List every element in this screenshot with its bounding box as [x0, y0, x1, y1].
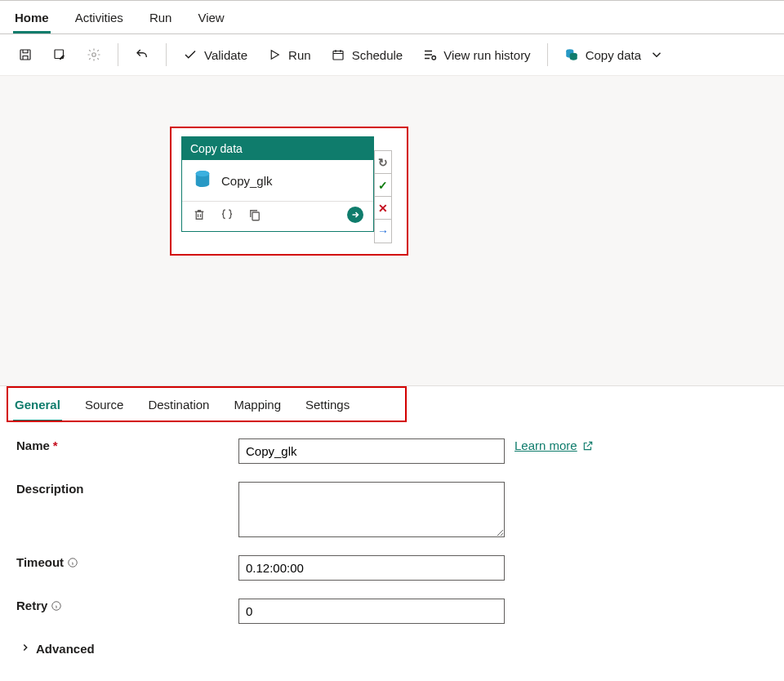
- save-edit-icon: [52, 47, 67, 62]
- retry-label: Retry: [16, 599, 238, 612]
- timeout-label: Timeout: [16, 555, 238, 569]
- run-label: Run: [288, 48, 311, 62]
- tab-destination[interactable]: Destination: [146, 389, 211, 422]
- svg-rect-0: [20, 50, 30, 60]
- top-tab-bar: Home Activities Run View: [0, 0, 784, 34]
- undo-button[interactable]: [127, 42, 158, 67]
- validate-label: Validate: [204, 48, 247, 62]
- description-input[interactable]: [238, 482, 505, 537]
- gear-icon: [87, 47, 101, 62]
- copy-data-label: Copy data: [586, 48, 641, 62]
- activity-output-handles: ↻ ✓ ✕ →: [374, 150, 392, 243]
- braces-icon[interactable]: [220, 207, 234, 222]
- pipeline-canvas[interactable]: Copy data Copy_glk: [0, 76, 784, 386]
- tab-general[interactable]: General: [13, 389, 62, 422]
- database-icon: [564, 47, 579, 62]
- save-button[interactable]: [10, 42, 41, 67]
- toolbar-divider: [118, 43, 118, 66]
- delete-icon[interactable]: [192, 207, 207, 222]
- svg-rect-10: [252, 212, 259, 220]
- copy-icon[interactable]: [247, 207, 262, 222]
- info-icon: [67, 557, 78, 568]
- property-tab-bar: General Source Destination Mapping Setti…: [13, 389, 771, 422]
- failure-handle-icon[interactable]: ✕: [375, 197, 391, 220]
- svg-point-2: [92, 53, 96, 57]
- validate-button[interactable]: Validate: [175, 42, 256, 67]
- activity-name: Copy_glk: [221, 174, 273, 188]
- timeout-input[interactable]: [238, 555, 505, 581]
- advanced-toggle[interactable]: Advanced: [16, 642, 768, 656]
- copy-data-button[interactable]: Copy data: [556, 42, 672, 67]
- save-as-button[interactable]: [44, 42, 75, 67]
- tab-mapping[interactable]: Mapping: [232, 389, 283, 422]
- required-asterisk: *: [53, 438, 58, 452]
- external-link-icon: [582, 440, 594, 452]
- view-run-history-button[interactable]: View run history: [414, 42, 538, 67]
- toolbar-divider: [166, 43, 167, 66]
- retry-input[interactable]: [238, 599, 505, 624]
- save-icon: [18, 47, 33, 62]
- description-label: Description: [16, 482, 238, 496]
- toolbar-divider: [547, 43, 548, 66]
- undo-icon: [135, 47, 149, 62]
- tab-source[interactable]: Source: [83, 389, 126, 422]
- toolbar: Validate Run Schedule View run history C…: [0, 34, 784, 76]
- tab-run[interactable]: Run: [148, 4, 174, 33]
- name-label: Name*: [16, 438, 238, 452]
- tab-settings[interactable]: Settings: [304, 389, 351, 422]
- svg-marker-3: [271, 51, 278, 60]
- history-list-icon: [422, 47, 437, 62]
- tab-view[interactable]: View: [196, 4, 225, 33]
- success-handle-icon[interactable]: ✓: [375, 174, 391, 197]
- completion-handle-icon[interactable]: →: [375, 220, 391, 243]
- check-icon: [183, 47, 198, 62]
- name-input[interactable]: [238, 438, 505, 464]
- calendar-icon: [331, 47, 345, 62]
- schedule-button[interactable]: Schedule: [323, 42, 412, 67]
- run-activity-button[interactable]: [347, 207, 363, 223]
- property-panel: General Source Destination Mapping Setti…: [0, 386, 784, 656]
- chevron-right-icon: [20, 642, 31, 656]
- schedule-label: Schedule: [352, 48, 403, 62]
- activity-type-label: Copy data: [182, 137, 373, 160]
- svg-point-9: [196, 171, 209, 176]
- view-run-history-label: View run history: [443, 48, 530, 62]
- database-icon: [194, 170, 212, 191]
- activity-card[interactable]: Copy data Copy_glk: [181, 136, 374, 232]
- svg-point-5: [432, 56, 436, 60]
- settings-button[interactable]: [78, 42, 109, 67]
- tab-activities[interactable]: Activities: [74, 4, 125, 33]
- retry-handle-icon[interactable]: ↻: [375, 151, 391, 174]
- activity-highlight: Copy data Copy_glk: [170, 127, 408, 256]
- play-icon: [267, 47, 282, 62]
- svg-rect-4: [333, 51, 343, 60]
- info-icon: [51, 600, 62, 612]
- chevron-down-icon: [649, 47, 664, 62]
- run-button[interactable]: Run: [259, 42, 319, 67]
- learn-more-link[interactable]: Learn more: [514, 438, 594, 452]
- tab-home[interactable]: Home: [13, 4, 51, 33]
